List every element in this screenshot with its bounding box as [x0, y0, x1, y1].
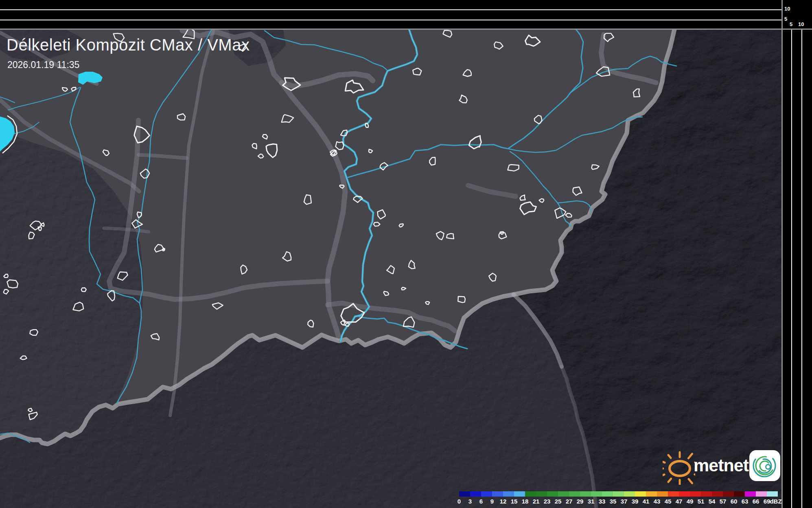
dbz-cell-0 [459, 491, 470, 497]
dbz-tick-35: 35 [610, 498, 617, 505]
dbz-tick-25: 25 [555, 498, 562, 505]
dbz-cell-3 [492, 491, 503, 497]
dbz-cell-10 [569, 491, 580, 497]
ruler-line-top-10 [0, 9, 782, 10]
dbz-tick-43: 43 [654, 498, 661, 505]
dbz-cell-16 [635, 491, 646, 497]
spiral-app-icon [749, 450, 781, 482]
dbz-tick-33: 33 [599, 498, 606, 505]
dbz-cell-13 [602, 491, 613, 497]
dbz-cell-4 [503, 491, 514, 497]
dbz-tick-0: 0 [457, 498, 461, 505]
dbz-cell-21 [690, 491, 701, 497]
top-ruler-bar [0, 0, 812, 29]
dbz-unit-label: dBZ [770, 498, 781, 505]
dbz-tick-47: 47 [676, 498, 683, 505]
dbz-cell-5 [514, 491, 525, 497]
dbz-tick-23: 23 [544, 498, 551, 505]
dbz-cell-27 [756, 491, 767, 497]
radar-map [0, 0, 812, 508]
dbz-tick-12: 12 [500, 498, 507, 505]
dbz-tick-9: 9 [490, 498, 494, 505]
dbz-cell-20 [679, 491, 690, 497]
ruler-label-top-10: 10 [784, 6, 790, 12]
terrain-layer [0, 24, 812, 508]
metnet-logo[interactable]: metnet [663, 447, 785, 486]
dbz-cell-12 [591, 491, 602, 497]
dbz-tick-54: 54 [709, 498, 716, 505]
ruler-label-side-10: 10 [798, 22, 804, 27]
dbz-tick-39: 39 [632, 498, 639, 505]
sun-icon [663, 449, 695, 485]
ruler-line-right-5 [791, 30, 792, 508]
dbz-cell-6 [525, 491, 536, 497]
ruler-line-top-5 [0, 20, 782, 20]
dbz-cell-17 [646, 491, 657, 497]
dbz-cell-25 [734, 491, 745, 497]
map-frame-vertical [781, 0, 783, 508]
dbz-tick-3: 3 [468, 498, 472, 505]
ruler-label-side-5: 5 [790, 22, 792, 27]
dbz-tick-6: 6 [479, 498, 483, 505]
dbz-cell-19 [668, 491, 679, 497]
dbz-tick-49: 49 [687, 498, 694, 505]
dbz-tick-66: 66 [753, 498, 759, 505]
dbz-tick-45: 45 [665, 498, 672, 505]
ruler-line-right-10 [801, 30, 802, 508]
map-frame-horizontal [0, 29, 812, 30]
dbz-tick-60: 60 [731, 498, 738, 505]
dbz-cell-7 [536, 491, 547, 497]
dbz-tick-63: 63 [742, 498, 749, 505]
dbz-legend: 0369121518212325272931333537394143454749… [459, 491, 778, 497]
dbz-tick-15: 15 [511, 498, 518, 505]
dbz-tick-51: 51 [698, 498, 705, 505]
dbz-tick-69: 69 [764, 498, 770, 505]
dbz-tick-41: 41 [643, 498, 650, 505]
dbz-cell-22 [701, 491, 712, 497]
dbz-tick-31: 31 [588, 498, 595, 505]
dbz-cell-18 [657, 491, 668, 497]
dbz-cell-9 [558, 491, 569, 497]
dbz-cell-26 [745, 491, 756, 497]
dbz-tick-57: 57 [720, 498, 727, 505]
dbz-cell-2 [481, 491, 492, 497]
dbz-tick-18: 18 [522, 498, 529, 505]
right-ruler-bar [783, 0, 812, 508]
metnet-logo-text: metnet [694, 455, 749, 475]
dbz-tick-21: 21 [533, 498, 540, 505]
page-title: Délkeleti Kompozit CMax / VMax [7, 36, 250, 54]
dbz-cell-15 [624, 491, 635, 497]
dbz-tick-29: 29 [577, 498, 584, 505]
dbz-tick-27: 27 [566, 498, 573, 505]
dbz-cell-23 [712, 491, 723, 497]
timestamp: 2026.01.19 11:35 [7, 59, 79, 70]
ruler-label-top-5: 5 [784, 16, 787, 22]
dbz-cell-14 [613, 491, 624, 497]
dbz-cell-1 [470, 491, 481, 497]
dbz-cell-24 [723, 491, 734, 497]
dbz-legend-colorbar [459, 491, 778, 497]
radar-viewer: 10 5 5 10 Délkeleti Kompozit CMax / VMax… [0, 0, 812, 508]
dbz-tick-37: 37 [621, 498, 628, 505]
dbz-cell-28 [767, 491, 778, 497]
dbz-cell-11 [580, 491, 591, 497]
dbz-cell-8 [547, 491, 558, 497]
